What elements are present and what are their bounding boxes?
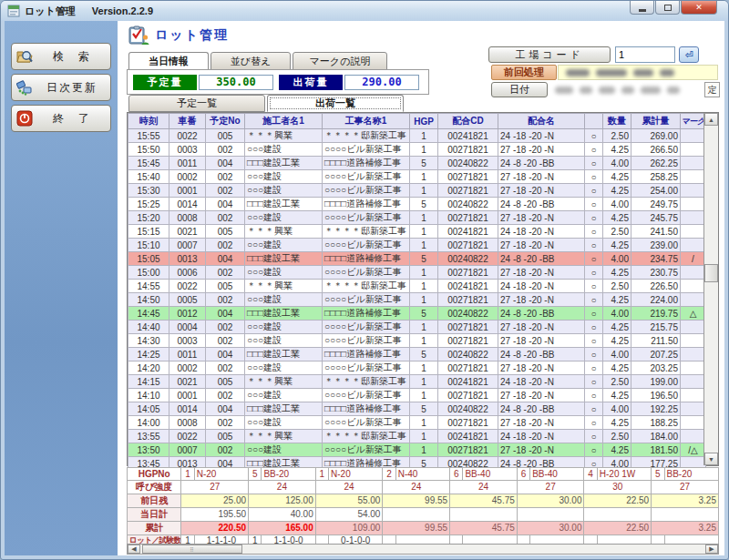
- tab-sort[interactable]: 並び替え: [210, 52, 291, 70]
- grid-cell: 4.00: [603, 402, 631, 416]
- grid-cell: 0003: [169, 334, 206, 348]
- col-cumulative: 累計量: [631, 114, 681, 129]
- date-button[interactable]: 日付: [491, 82, 548, 97]
- scroll-down-button[interactable]: ▼: [704, 453, 718, 465]
- grid-row[interactable]: 15:300001002○○○建設○○○○ビル新築工事10027182127 -…: [128, 184, 706, 198]
- grid-cell: 005: [206, 280, 245, 293]
- grid-cell: 192.25: [631, 402, 681, 416]
- grid-row[interactable]: 15:550022005＊＊＊興業＊＊＊＊邸新築工事10024182124 -1…: [128, 129, 706, 143]
- grid-cell: ○○○建設: [245, 239, 323, 252]
- scrollbar-thumb[interactable]: [704, 264, 718, 282]
- sidebar: 検 索 日次更新: [5, 21, 118, 555]
- grid-row[interactable]: 15:500003002○○○建設○○○○ビル新築工事10027182127 -…: [128, 143, 706, 157]
- grid-cell: ＊＊＊＊邸新築工事: [323, 430, 410, 443]
- grid-cell: 24 -18 -20 -N: [498, 280, 585, 293]
- grid-row[interactable]: 13:550022005＊＊＊興業＊＊＊＊邸新築工事10024182124 -1…: [128, 430, 706, 443]
- scroll-up-button[interactable]: ▲: [704, 113, 718, 126]
- grid-cell: 0006: [169, 266, 206, 280]
- summary-cell: 45.75: [450, 521, 518, 535]
- grid-row[interactable]: 15:050013004□□□建設工業□□□□道路補修工事50024082224…: [128, 252, 706, 266]
- quantity-panel: 予定量 350.00 出荷量 290.00: [127, 69, 429, 95]
- grid-row[interactable]: 14:050014004□□□建設工業□□□□道路補修工事50024082224…: [128, 402, 706, 416]
- grid-row[interactable]: 14:250011004□□□建設工業□□□□道路補修工事50024082224…: [128, 348, 706, 361]
- grid-cell: 27 -18 -20 -N: [498, 293, 585, 307]
- maximize-button[interactable]: [655, 1, 680, 15]
- grid-cell: 00271821: [438, 143, 498, 157]
- grid-row[interactable]: 14:400004002○○○建設○○○○ビル新築工事10027182127 -…: [128, 321, 706, 334]
- enter-button[interactable]: ⏎: [679, 46, 699, 63]
- window-version: Version.2.2.9: [92, 5, 153, 16]
- confirm-button[interactable]: 定: [704, 82, 720, 97]
- grid-cell: 24 -8 -20 -BB: [498, 402, 585, 416]
- grid-cell: 269.00: [631, 129, 681, 143]
- grid-cell: ○○○建設: [245, 389, 323, 402]
- factory-code-button[interactable]: 工場コード: [488, 46, 611, 63]
- grid-cell: 00240822: [438, 157, 498, 170]
- factory-code-input[interactable]: [615, 46, 675, 63]
- grid-row[interactable]: 15:400002002○○○建設○○○○ビル新築工事10027182127 -…: [128, 170, 706, 184]
- tab-mark-legend[interactable]: マークの説明: [293, 52, 387, 70]
- summary-sub-cell: 2: [383, 468, 395, 481]
- grid-row[interactable]: 14:450012004□□□建設工業□□□□道路補修工事50024082224…: [128, 307, 706, 321]
- enter-arrow-icon: ⏎: [684, 49, 693, 61]
- grid-cell: ○○○建設: [245, 293, 323, 307]
- summary-cell: [450, 507, 518, 521]
- grid-row[interactable]: 15:250014004□□□建設工業□□□□道路補修工事50024082224…: [128, 198, 706, 211]
- tab-shipment-list[interactable]: 出荷一覧: [267, 95, 404, 112]
- grid-cell: □□□建設工業: [245, 402, 323, 416]
- scroll-right-button[interactable]: ▶: [705, 545, 718, 554]
- grid-cell: ＊＊＊＊邸新築工事: [323, 375, 410, 389]
- summary-row-label: 当日計: [128, 507, 181, 521]
- grid-cell: 24 -8 -20 -BB: [498, 252, 585, 266]
- tab-today-info[interactable]: 当日情報: [128, 52, 209, 70]
- minimize-button[interactable]: [630, 1, 654, 15]
- grid-row[interactable]: 14:550022005＊＊＊興業＊＊＊＊邸新築工事10024182124 -1…: [128, 280, 706, 293]
- summary-cell: H-20 1W: [597, 468, 651, 481]
- grid-row[interactable]: 15:100007002○○○建設○○○○ビル新築工事10027182127 -…: [128, 239, 706, 252]
- grid-row[interactable]: 14:500005002○○○建設○○○○ビル新築工事10027182127 -…: [128, 293, 706, 307]
- grid-cell: 1: [410, 416, 438, 430]
- grid-cell: 15:10: [128, 239, 169, 252]
- tab-schedule-list[interactable]: 予定一覧: [128, 95, 265, 112]
- grid-cell: ○: [585, 252, 603, 266]
- grid-cell: ○: [585, 361, 603, 375]
- grid-row[interactable]: 15:000006002○○○建設○○○○ビル新築工事10027182127 -…: [128, 266, 706, 280]
- grid-row[interactable]: 14:000008002○○○建設○○○○ビル新築工事10027182127 -…: [128, 416, 706, 430]
- grid-cell: 4.25: [603, 266, 631, 280]
- daily-update-button[interactable]: 日次更新: [11, 74, 111, 101]
- window-title: ロット管理: [25, 5, 76, 18]
- h-scrollbar-thumb[interactable]: ⠿: [142, 545, 242, 554]
- grid-row[interactable]: 15:150021005＊＊＊興業＊＊＊＊邸新築工事10024182124 -1…: [128, 225, 706, 239]
- grid-cell: 4.25: [603, 211, 631, 225]
- grid-cell: 4.25: [603, 416, 631, 430]
- grid-cell: 184.00: [631, 430, 681, 443]
- grid-cell: 14:40: [128, 321, 169, 334]
- grid-cell: 0008: [169, 211, 206, 225]
- grid-row[interactable]: 15:450011004□□□建設工業□□□□道路補修工事50024082224…: [128, 157, 706, 170]
- grid-cell: 24 -18 -20 -N: [498, 129, 585, 143]
- grid-cell: ○: [585, 143, 603, 157]
- grid-row[interactable]: 14:300003002○○○建設○○○○ビル新築工事10027182127 -…: [128, 334, 706, 348]
- grid-cell: 24 -8 -20 -BB: [498, 157, 585, 170]
- summary-cell: 22.50: [584, 521, 652, 535]
- grid-header-row: 時刻 車番 予定No 施工者名1 工事名称1 HGP 配合CD 配合名 数量 累…: [128, 114, 706, 129]
- grid-row[interactable]: 14:100001002○○○建設○○○○ビル新築工事10027182127 -…: [128, 389, 706, 402]
- grid-cell: ○○○建設: [245, 184, 323, 198]
- network-sync-icon: [15, 79, 34, 96]
- grid-row[interactable]: 14:200002002○○○建設○○○○ビル新築工事10027182127 -…: [128, 361, 706, 375]
- client-area: 検 索 日次更新: [5, 21, 724, 555]
- summary-sub-cell: 5: [652, 468, 664, 481]
- grid-cell: 0002: [169, 170, 206, 184]
- grid-cell: ○○○建設: [245, 321, 323, 334]
- search-button[interactable]: 検 索: [11, 43, 111, 70]
- grid-row[interactable]: 13:500007002○○○建設○○○○ビル新築工事10027182127 -…: [128, 443, 706, 457]
- grid-cell: 4.00: [603, 198, 631, 211]
- scroll-left-button[interactable]: ◀: [128, 545, 140, 554]
- col-mix-name: 配合名: [498, 114, 585, 129]
- close-button[interactable]: ✕: [681, 1, 717, 15]
- grid-row[interactable]: 14:150021005＊＊＊興業＊＊＊＊邸新築工事10024182124 -1…: [128, 375, 706, 389]
- grid-row[interactable]: 15:200008002○○○建設○○○○ビル新築工事10027182127 -…: [128, 211, 706, 225]
- exit-button[interactable]: 終 了: [11, 105, 111, 132]
- grid-cell: 0013: [169, 252, 206, 266]
- summary-table: HGPNo1N-205BB-201N-202N-406BB-406BB-404H…: [127, 467, 719, 547]
